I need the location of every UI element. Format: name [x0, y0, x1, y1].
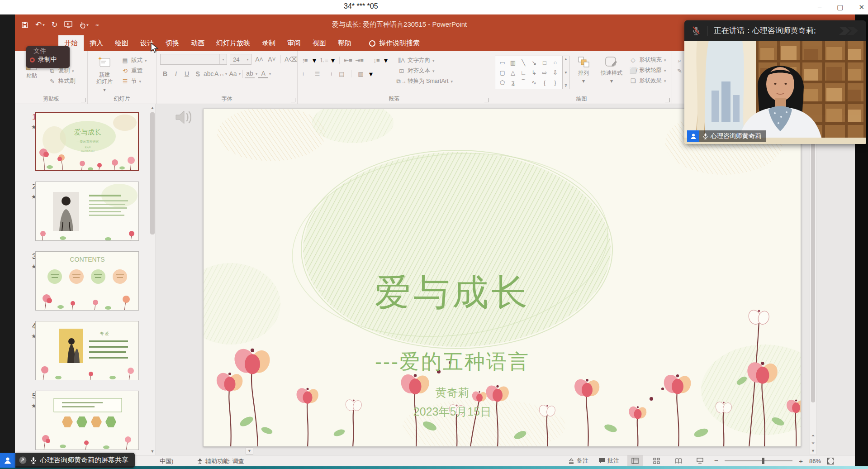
- shape-outline-button[interactable]: ⬜̸形状轮廓▾: [629, 67, 666, 74]
- thumbnail-scrollbar[interactable]: ▲ ▼: [149, 104, 156, 455]
- save-icon[interactable]: [21, 21, 28, 29]
- align-left-icon[interactable]: ⟝: [301, 70, 309, 78]
- bold-button[interactable]: B: [160, 70, 170, 77]
- language-indicator-partial[interactable]: 中国): [160, 457, 173, 465]
- minimize-icon[interactable]: –: [818, 0, 821, 14]
- highlight-color-button[interactable]: ab: [245, 70, 255, 78]
- redo-icon[interactable]: ↻: [52, 20, 57, 29]
- touch-mode-icon[interactable]: ▾: [79, 21, 89, 29]
- font-size-combo[interactable]: 24▾: [230, 54, 251, 65]
- slide-sorter-view-button[interactable]: [649, 455, 664, 466]
- strikethrough-button[interactable]: abc: [204, 70, 213, 77]
- close-icon[interactable]: ✕: [859, 0, 864, 14]
- screen-share-banner[interactable]: 心理咨询师黄奇莉的屏幕共享: [0, 453, 135, 468]
- change-case-button[interactable]: Aa: [228, 70, 238, 77]
- tab-help[interactable]: 帮助: [332, 35, 357, 51]
- bullets-icon[interactable]: ⁝≡: [301, 57, 309, 64]
- slide-area-scrollbar[interactable]: ▲ ⏶ ⏷ ▼: [810, 104, 816, 455]
- char-spacing-button[interactable]: A↔: [214, 70, 224, 77]
- tab-insert[interactable]: 插入: [84, 35, 109, 51]
- slide-author[interactable]: 黄奇莉: [204, 385, 701, 400]
- increase-indent-icon[interactable]: ⇥≡: [356, 57, 363, 64]
- align-center-icon[interactable]: ☰: [313, 70, 321, 78]
- line-spacing-icon[interactable]: ↕≡: [373, 57, 380, 64]
- notes-button[interactable]: 备注: [566, 455, 590, 466]
- align-right-icon[interactable]: ⟞: [326, 70, 333, 78]
- scrollbar-thumb[interactable]: [150, 112, 155, 234]
- format-painter-button[interactable]: ✎格式刷: [48, 77, 76, 85]
- mic-muted-icon[interactable]: [692, 26, 701, 36]
- scrollbar-thumb[interactable]: [811, 113, 815, 402]
- underline-button[interactable]: U: [182, 70, 192, 77]
- replace-icon[interactable]: ✎: [676, 67, 683, 75]
- accessibility-status[interactable]: 辅助功能: 调查: [195, 457, 246, 465]
- zoom-level[interactable]: 86%: [809, 458, 821, 464]
- next-slide-icon[interactable]: ⏷: [810, 440, 816, 447]
- start-slideshow-icon[interactable]: [64, 21, 72, 28]
- reset-button[interactable]: ⟲重置: [121, 67, 147, 75]
- audio-speaker-icon[interactable]: [174, 108, 195, 129]
- shape-fill-button[interactable]: ◇形状填充▾: [629, 56, 666, 64]
- slide-1-editor[interactable]: 爱与成长 ---爱的五种语言 黄奇莉 2023年5月15日: [203, 109, 801, 447]
- layout-button[interactable]: ▤版式▾: [121, 57, 147, 64]
- restore-icon[interactable]: ▢: [837, 0, 843, 14]
- smartart-button[interactable]: ⧉→转换为 SmartArt▾: [398, 77, 453, 85]
- text-direction-button[interactable]: ⫼A文字方向▾: [398, 57, 453, 64]
- section-button[interactable]: ☰节▾: [121, 77, 147, 85]
- tab-view[interactable]: 视图: [307, 35, 332, 51]
- shape-effects-button[interactable]: ❏形状效果▾: [629, 77, 666, 85]
- paragraph-dialog-launcher[interactable]: [484, 98, 489, 102]
- zoom-slider-thumb[interactable]: [762, 458, 764, 464]
- shadow-button[interactable]: S: [193, 70, 203, 77]
- slide-title[interactable]: 爱与成长: [204, 268, 701, 317]
- font-name-combo[interactable]: ▾: [160, 54, 227, 65]
- tab-transitions[interactable]: 切换: [160, 35, 185, 51]
- thumbnail-slide-1[interactable]: 1 ★ 爱与成长 ---爱的五种语言 黄奇莉 2023年5月15日: [15, 112, 156, 182]
- shapes-gallery-scrollbar[interactable]: ▲▼⊽: [563, 56, 569, 89]
- font-dialog-launcher[interactable]: [291, 98, 295, 102]
- scroll-down-icon[interactable]: ▼: [810, 447, 816, 455]
- scroll-up-icon[interactable]: ▲: [149, 104, 156, 111]
- clipboard-dialog-launcher[interactable]: [81, 98, 85, 102]
- italic-button[interactable]: I: [171, 70, 181, 77]
- tell-me-search[interactable]: 操作说明搜索: [369, 39, 420, 51]
- slide-subtitle[interactable]: ---爱的五种语言: [204, 348, 701, 375]
- thumbnail-slide-2[interactable]: 2 ★: [15, 182, 156, 251]
- clear-formatting-button[interactable]: A⌫: [285, 56, 294, 63]
- quick-styles-button[interactable]: 快速样式▾: [598, 54, 626, 96]
- copy-button[interactable]: ⧉复制▾: [48, 67, 76, 75]
- shrink-font-button[interactable]: A˅: [267, 56, 277, 63]
- slide-date[interactable]: 2023年5月15日: [204, 404, 701, 419]
- slideshow-view-button[interactable]: [693, 455, 708, 466]
- zoom-slider[interactable]: [725, 460, 792, 461]
- participant-icon-tile[interactable]: [0, 453, 15, 468]
- thumbnail-slide-3[interactable]: 3 ★ CONTENTS: [15, 251, 156, 321]
- previous-slide-icon[interactable]: ⏶: [810, 432, 816, 439]
- find-icon[interactable]: ⌕: [676, 57, 683, 64]
- fit-to-window-button[interactable]: [827, 458, 834, 464]
- arrange-button[interactable]: 排列▾: [573, 54, 594, 96]
- reading-view-button[interactable]: [671, 455, 686, 466]
- scroll-down-button[interactable]: ▼: [246, 447, 253, 455]
- shapes-gallery[interactable]: ▭▥╲↘□○ ▢△∟↳⇨⇩ ⬠ʓ⌒∿{}: [495, 56, 563, 89]
- webcam-overlay[interactable]: 正在讲话：心理咨询师黄奇莉;: [684, 20, 866, 144]
- tab-animations[interactable]: 动画: [185, 35, 210, 51]
- comments-button[interactable]: 批注: [597, 455, 621, 466]
- new-slide-button[interactable]: 新建 幻灯片▾: [91, 54, 118, 96]
- tab-record[interactable]: 录制: [256, 35, 281, 51]
- zoom-in-button[interactable]: +: [799, 457, 803, 465]
- numbering-icon[interactable]: ⒈≡: [320, 57, 327, 64]
- thumbnail-slide-5[interactable]: 5 ★: [15, 391, 156, 460]
- zoom-out-button[interactable]: −: [714, 457, 718, 465]
- decrease-indent-icon[interactable]: ⇤≡: [344, 57, 352, 64]
- file-tab-dimmed[interactable]: 文件: [33, 47, 66, 55]
- tab-slideshow[interactable]: 幻灯片放映: [210, 35, 256, 51]
- font-color-button[interactable]: A: [258, 70, 268, 78]
- columns-icon[interactable]: ▥: [357, 70, 365, 78]
- tab-review[interactable]: 审阅: [281, 35, 307, 51]
- align-text-button[interactable]: ⊡对齐文本▾: [398, 67, 453, 75]
- grow-font-button[interactable]: A˄: [254, 56, 264, 63]
- thumbnail-slide-4[interactable]: 4 ★ 专 爱: [15, 321, 156, 391]
- justify-icon[interactable]: ▤: [338, 70, 346, 78]
- tab-draw[interactable]: 绘图: [109, 35, 134, 51]
